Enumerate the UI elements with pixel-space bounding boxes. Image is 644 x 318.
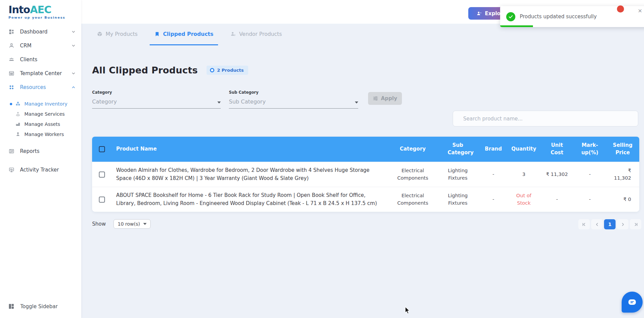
sidebar-item-activity-tracker[interactable]: Activity Tracker	[0, 163, 81, 177]
sidebar-item-label: Manage Inventory	[24, 101, 67, 107]
search-input[interactable]	[453, 111, 638, 127]
sliders-icon	[373, 96, 378, 101]
show-label: Show	[92, 221, 106, 227]
first-page-button[interactable]	[578, 219, 590, 229]
ring-icon	[210, 68, 214, 72]
select-all-checkbox[interactable]	[99, 146, 105, 152]
subcategory-select[interactable]: Sub Category	[229, 98, 358, 109]
column-header-selling-price: Selling Price	[613, 142, 633, 157]
chevron-down-icon	[71, 43, 76, 48]
cell-markup: -	[574, 193, 606, 206]
logo-tagline: Power up your Business	[8, 16, 81, 19]
sidebar-nav: Dashboard CRM Clients Template Cen	[0, 25, 81, 177]
next-page-button[interactable]	[617, 219, 628, 229]
logo-text-primary: Into	[8, 4, 30, 16]
apps-icon	[8, 84, 15, 91]
chevron-down-icon	[71, 71, 76, 76]
cell-product-name: Wooden Almirah for Clothes, Wardrobe for…	[112, 164, 389, 185]
toggle-sidebar-button[interactable]: Toggle Sidebar	[0, 300, 81, 313]
notification-badge[interactable]	[617, 5, 624, 13]
category-filter-label: Category	[92, 90, 221, 95]
sidebar-panels-icon	[8, 303, 15, 310]
cell-unit-cost: -	[540, 193, 574, 206]
category-select[interactable]: Category	[92, 98, 221, 109]
template-icon	[8, 70, 15, 77]
product-count-label: 2 Products	[217, 68, 244, 73]
tab-label: My Products	[106, 31, 137, 37]
sidebar-item-label: Activity Tracker	[20, 167, 59, 173]
cell-unit-cost: ₹ 11,302	[540, 168, 574, 181]
sidebar-item-clients[interactable]: Clients	[0, 52, 81, 66]
cell-sub-category: Lighting Fixtures	[436, 189, 479, 210]
chat-widget-button[interactable]	[622, 292, 643, 313]
chevron-down-icon	[71, 29, 76, 34]
sidebar-item-label: Reports	[20, 148, 40, 154]
page-1-button[interactable]: 1	[604, 219, 616, 229]
sidebar-item-label: Clients	[20, 56, 37, 63]
row-checkbox[interactable]	[99, 197, 105, 203]
sidebar-item-resources[interactable]: Resources	[0, 80, 81, 94]
person-icon	[476, 11, 482, 16]
vendor-person-icon	[230, 31, 236, 37]
table-row: Wooden Almirah for Clothes, Wardrobe for…	[92, 162, 639, 187]
sidebar-item-label: Manage Workers	[24, 132, 64, 137]
chevron-down-icon	[217, 101, 221, 104]
column-header-product-name: Product Name	[112, 143, 389, 156]
table-header-row: Product Name Category Sub Category Brand…	[92, 137, 639, 162]
success-check-icon	[506, 12, 515, 21]
sidebar-item-manage-inventory[interactable]: Manage Inventory	[0, 99, 81, 109]
cell-selling-price: ₹ 0	[606, 193, 639, 206]
sidebar-item-manage-assets[interactable]: Manage Assets	[0, 119, 81, 129]
sidebar-item-label: Resources	[20, 84, 46, 90]
sidebar-item-label: Manage Services	[24, 111, 65, 117]
logo-text-secondary: AEC	[30, 4, 51, 16]
chevron-up-icon	[71, 85, 76, 90]
tab-clipped-products[interactable]: Clipped Products	[150, 24, 218, 45]
sidebar-item-reports[interactable]: Reports	[0, 144, 81, 158]
last-page-button[interactable]	[630, 219, 641, 229]
cell-quantity: Out of Stock	[507, 189, 540, 210]
column-header-category: Category	[389, 143, 436, 156]
previous-page-button[interactable]	[591, 219, 603, 229]
factory-icon	[15, 121, 21, 127]
close-icon[interactable]: ×	[638, 8, 642, 14]
sidebar-item-label: Manage Assets	[24, 121, 60, 127]
table-row: ABOUT SPACE Bookshelf for Home - 6 Tier …	[92, 187, 639, 212]
cell-quantity: 3	[507, 168, 540, 181]
column-header-unit-cost: Unit Cost	[547, 142, 567, 157]
sidebar-item-label: Template Center	[20, 70, 62, 76]
sidebar-item-crm[interactable]: CRM	[0, 39, 81, 52]
page-title: All Clipped Products	[92, 65, 198, 75]
cell-brand: -	[479, 168, 507, 181]
tab-vendor-products[interactable]: Vendor Products	[226, 24, 286, 45]
toast-message: Products updated successfully	[520, 14, 597, 20]
sidebar-item-dashboard[interactable]: Dashboard	[0, 25, 81, 39]
column-header-brand: Brand	[479, 143, 507, 156]
column-header-sub-category: Sub Category	[448, 142, 468, 157]
sidebar: IntoAEC Power up your Business Dashboard…	[0, 0, 81, 318]
product-count-badge: 2 Products	[207, 66, 248, 75]
sidebar-item-manage-services[interactable]: Manage Services	[0, 109, 81, 119]
column-header-quantity: Quantity	[507, 143, 540, 156]
cell-category: Electrical Components	[389, 189, 436, 210]
worker-icon	[15, 132, 21, 137]
rows-per-page-select[interactable]: 10 row(s)	[113, 219, 151, 229]
apply-filters-button[interactable]: Apply	[368, 92, 402, 105]
app-logo[interactable]: IntoAEC Power up your Business	[0, 0, 81, 21]
sidebar-item-manage-workers[interactable]: Manage Workers	[0, 129, 81, 139]
pagination: 1	[578, 219, 641, 229]
row-checkbox[interactable]	[99, 172, 105, 178]
active-bullet	[10, 103, 12, 105]
inventory-boxes-icon	[15, 101, 21, 107]
cell-brand: -	[479, 193, 507, 206]
toggle-sidebar-label: Toggle Sidebar	[20, 303, 58, 310]
tab-my-products[interactable]: My Products	[92, 24, 142, 45]
tab-label: Vendor Products	[239, 31, 282, 37]
cell-product-name: ABOUT SPACE Bookshelf for Home - 6 Tier …	[112, 189, 389, 210]
sidebar-item-template-center[interactable]: Template Center	[0, 66, 81, 80]
grid-icon	[8, 28, 15, 35]
chevron-down-icon	[143, 223, 147, 225]
sidebar-item-label: Dashboard	[20, 29, 47, 35]
products-table: Product Name Category Sub Category Brand…	[92, 137, 639, 212]
column-header-markup: Mark-up(%)	[580, 142, 600, 157]
